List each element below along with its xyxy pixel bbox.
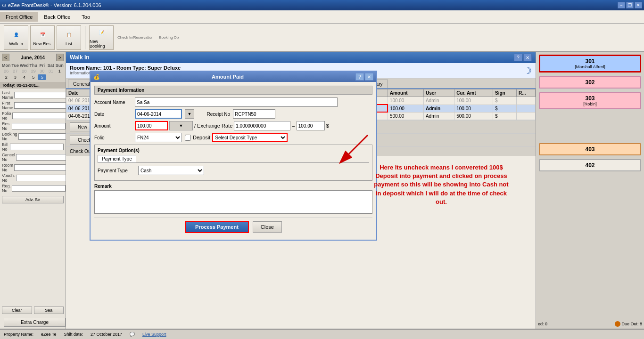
close-button[interactable]: ✕ [635,2,642,8]
room-card-302-wrapper: 302 [538,75,642,89]
remark-label: Remark [94,184,372,189]
cancel-no-input[interactable] [16,154,66,161]
room-no-input[interactable] [14,164,66,171]
new-booking-button[interactable]: 📝 New Booking [89,25,114,50]
minimize-button[interactable]: − [618,2,625,8]
dialog-header-buttons: ? ✕ [514,54,532,61]
last-name-input[interactable] [14,92,66,98]
vouch-no-row: Vouch. No [2,173,64,183]
exchange-result-input[interactable] [297,121,325,130]
clear-button[interactable]: Clear [2,307,32,314]
cal-date-28[interactable]: 28 [20,68,29,74]
room-card-301[interactable]: 301 [Marshall Alfred] [539,55,641,73]
amount-label: Amount [94,123,132,129]
cal-prev-button[interactable]: < [2,54,9,61]
remark-textarea[interactable] [94,190,372,214]
menu-back-office[interactable]: Back Office [38,12,76,22]
cal-date-30[interactable]: 30 [38,68,46,74]
right-panel: 301 [Marshall Alfred] 302 303 [Robin] [536,52,644,329]
exchange-rate-input[interactable] [234,121,290,130]
receipt-label: Receipt No [197,112,230,117]
adv-search-button[interactable]: Adv. Se [2,196,64,203]
cell-amount: 100.00 [388,105,423,112]
menu-front-office[interactable]: Front Office [0,12,38,22]
search-button[interactable]: Sea [34,307,64,314]
cal-date-today[interactable]: 5 [38,74,46,80]
currency-symbol: $ [326,123,329,129]
dialog-help-button[interactable]: ? [514,54,522,61]
account-name-row: Account Name [94,97,372,107]
slash-separator: / [194,123,196,129]
amount-dialog-help[interactable]: ? [355,73,364,81]
amount-dialog-header: 💰 Amount Paid ? ✕ [91,72,376,82]
cal-date-29[interactable]: 29 [29,68,38,74]
dialog-close-button[interactable]: ✕ [523,54,532,61]
occupied-label: ed: 0 [538,322,547,326]
new-booking-icon: 📝 [96,27,107,38]
restore-button[interactable]: ❐ [626,2,634,8]
title-bar-controls[interactable]: − ❐ ✕ [618,2,642,8]
payment-type-tab[interactable]: Payment Type [98,155,136,162]
room-number-403: 403 [543,146,637,153]
room-card-403[interactable]: 403 [539,143,641,155]
room-card-303[interactable]: 303 [Robin] [539,92,641,109]
deposit-checkbox[interactable] [185,135,191,141]
booking-no-row: Booking No [2,132,64,141]
room-info-logo: ☽ [523,65,532,76]
cal-date-4[interactable]: 4 [20,74,29,80]
amount-dialog-close-x[interactable]: ✕ [365,73,373,81]
cal-date-3[interactable]: 3 [11,74,20,80]
toolbar-separator [85,26,85,49]
process-payment-button[interactable]: Process Payment [185,221,249,233]
folio-no-input[interactable] [12,113,66,119]
close-dialog-button[interactable]: Close [253,221,282,233]
status-bar: Property Name: eZee Te Shift date: 27 Oc… [0,329,644,339]
res-no-input[interactable] [12,123,66,129]
reg-no-input[interactable] [12,185,66,192]
list-button[interactable]: 📋 List [57,25,81,50]
cal-date-2[interactable]: 2 [2,74,11,80]
amount-dialog-body: Payment Information Account Name Date ▼ … [91,82,376,240]
new-reservation-button[interactable]: 📅 New Res. [30,25,55,50]
payment-type-row: Payment Type Cash [98,166,369,175]
receipt-input[interactable] [233,109,275,119]
account-name-input[interactable] [135,97,338,107]
new-res-label: New Res. [33,41,51,46]
cal-date-26[interactable]: 26 [2,68,11,74]
cal-next-button[interactable]: > [56,54,64,61]
cal-title: June, 2014 [21,55,45,60]
walkin-dialog-header: Walk In ? ✕ [66,52,536,63]
deposit-type-select[interactable]: Select Deposit Type [212,133,288,142]
room-card-402[interactable]: 402 [539,159,641,171]
cal-day-wed: Wed [20,63,29,68]
cal-date-31[interactable]: 31 [47,68,55,74]
date-picker-button[interactable]: ▼ [185,109,194,119]
list-icon: 📋 [63,29,74,40]
room-card-302[interactable]: 302 [539,76,641,89]
vouch-no-input[interactable] [16,175,66,181]
due-out-group: Due Out: 8 [615,321,642,327]
folio-no-label: Folio No [2,111,11,121]
first-name-input[interactable] [14,102,66,109]
extra-charge-button[interactable]: Extra Charge [4,318,66,327]
walkin-button[interactable]: 👤 Walk In [4,25,28,50]
calendar: < June, 2014 > Mon Tue Wed Thu Fri Sat S… [0,52,66,82]
amount-input[interactable] [135,121,168,130]
cal-date-1[interactable]: 1 [55,68,64,74]
date-input[interactable] [135,109,182,119]
cal-date-5[interactable]: 5 [29,74,38,80]
cal-date-27[interactable]: 27 [11,68,20,74]
room-card-402-wrapper: 402 [538,158,642,172]
left-sidebar: < June, 2014 > Mon Tue Wed Thu Fri Sat S… [0,52,66,329]
booking-no-input[interactable] [18,133,66,140]
bill-no-input[interactable] [10,144,64,150]
payment-type-select[interactable]: Cash [138,166,204,175]
payment-type-tabs: Payment Type [98,155,369,163]
new-res-icon: 📅 [37,29,48,40]
currency-select-button[interactable]: ▼ [169,121,193,130]
payment-info-section-header: Payment Information [94,86,372,95]
folio-select[interactable]: FN24 [135,133,182,142]
menu-tools[interactable]: Too [76,12,96,22]
sidebar-action-buttons: Clear Sea [0,305,66,316]
live-support-label[interactable]: Live Support [142,332,166,337]
